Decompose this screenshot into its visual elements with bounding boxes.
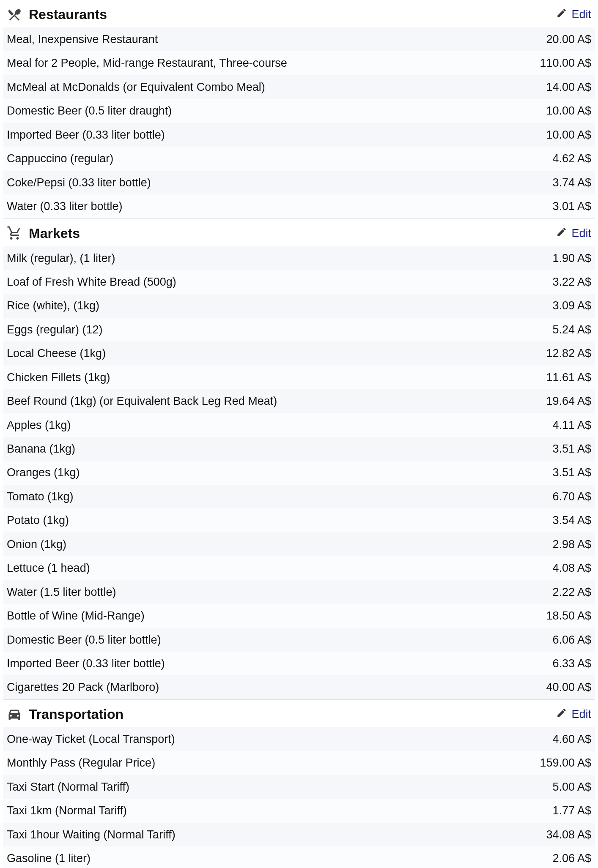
table-row: Chicken Fillets (1kg)11.61 A$ xyxy=(3,366,595,389)
section-rows-markets: Milk (regular), (1 liter)1.90 A$Loaf of … xyxy=(3,246,595,699)
table-row: Lettuce (1 head)4.08 A$ xyxy=(3,556,595,580)
item-label: Eggs (regular) (12) xyxy=(7,322,552,337)
section-title-text: Markets xyxy=(29,226,80,241)
item-value: 3.01 A$ xyxy=(552,199,591,214)
item-value: 3.09 A$ xyxy=(552,298,591,313)
table-row: Water (1.5 liter bottle)2.22 A$ xyxy=(3,580,595,604)
item-label: Rice (white), (1kg) xyxy=(7,298,552,313)
section-rows-transportation: One-way Ticket (Local Transport)4.60 A$M… xyxy=(3,727,595,868)
table-row: Meal, Inexpensive Restaurant20.00 A$ xyxy=(3,27,595,51)
section-rows-restaurants: Meal, Inexpensive Restaurant20.00 A$Meal… xyxy=(3,27,595,218)
section-title-text: Transportation xyxy=(29,707,123,722)
item-value: 4.62 A$ xyxy=(552,151,591,166)
item-label: Monthly Pass (Regular Price) xyxy=(7,755,540,770)
table-row: Bottle of Wine (Mid-Range)18.50 A$ xyxy=(3,604,595,628)
table-row: Monthly Pass (Regular Price)159.00 A$ xyxy=(3,751,595,775)
table-row: Apples (1kg)4.11 A$ xyxy=(3,413,595,437)
item-value: 3.74 A$ xyxy=(552,175,591,190)
item-label: Domestic Beer (0.5 liter draught) xyxy=(7,103,546,118)
table-row: Cappuccino (regular)4.62 A$ xyxy=(3,147,595,170)
table-row: Potato (1kg)3.54 A$ xyxy=(3,508,595,532)
item-value: 110.00 A$ xyxy=(540,55,591,71)
item-label: Water (1.5 liter bottle) xyxy=(7,584,552,600)
item-label: Taxi Start (Normal Tariff) xyxy=(7,779,552,794)
pencil-icon xyxy=(556,707,567,721)
item-value: 18.50 A$ xyxy=(546,608,591,623)
item-label: Taxi 1hour Waiting (Normal Tariff) xyxy=(7,827,546,842)
edit-label: Edit xyxy=(571,708,591,721)
table-row: Banana (1kg)3.51 A$ xyxy=(3,437,595,461)
item-label: Milk (regular), (1 liter) xyxy=(7,251,552,266)
item-value: 14.00 A$ xyxy=(546,79,591,95)
item-value: 10.00 A$ xyxy=(546,103,591,118)
item-value: 19.64 A$ xyxy=(546,393,591,409)
table-row: Eggs (regular) (12)5.24 A$ xyxy=(3,318,595,341)
item-value: 3.54 A$ xyxy=(552,513,591,528)
item-value: 40.00 A$ xyxy=(546,680,591,695)
section-title: Restaurants xyxy=(7,7,107,22)
table-row: Cigarettes 20 Pack (Marlboro)40.00 A$ xyxy=(3,675,595,699)
item-value: 4.11 A$ xyxy=(552,418,591,433)
pencil-icon xyxy=(556,8,567,22)
table-row: Gasoline (1 liter)2.06 A$ xyxy=(3,846,595,868)
item-value: 2.22 A$ xyxy=(552,584,591,600)
item-label: Banana (1kg) xyxy=(7,441,552,456)
item-label: Gasoline (1 liter) xyxy=(7,851,552,866)
table-row: Local Cheese (1kg)12.82 A$ xyxy=(3,341,595,365)
section-header-transportation: TransportationEdit xyxy=(3,699,595,727)
item-value: 34.08 A$ xyxy=(546,827,591,842)
item-label: Cigarettes 20 Pack (Marlboro) xyxy=(7,680,546,695)
item-label: McMeal at McDonalds (or Equivalent Combo… xyxy=(7,79,546,95)
section-title-text: Restaurants xyxy=(29,7,107,22)
item-label: Chicken Fillets (1kg) xyxy=(7,370,546,385)
table-row: Tomato (1kg)6.70 A$ xyxy=(3,485,595,508)
table-row: Water (0.33 liter bottle)3.01 A$ xyxy=(3,194,595,218)
cart-icon xyxy=(7,226,22,241)
item-label: Oranges (1kg) xyxy=(7,465,552,480)
table-row: Milk (regular), (1 liter)1.90 A$ xyxy=(3,246,595,270)
edit-button-markets[interactable]: Edit xyxy=(556,227,591,240)
item-label: Lettuce (1 head) xyxy=(7,560,552,576)
item-label: Cappuccino (regular) xyxy=(7,151,552,166)
table-row: Loaf of Fresh White Bread (500g)3.22 A$ xyxy=(3,270,595,294)
pencil-icon xyxy=(556,227,567,240)
item-label: Loaf of Fresh White Bread (500g) xyxy=(7,274,552,289)
table-row: Taxi 1hour Waiting (Normal Tariff)34.08 … xyxy=(3,823,595,846)
item-value: 3.51 A$ xyxy=(552,465,591,480)
item-label: Onion (1kg) xyxy=(7,537,552,552)
table-row: Taxi Start (Normal Tariff)5.00 A$ xyxy=(3,775,595,799)
table-row: Onion (1kg)2.98 A$ xyxy=(3,532,595,556)
item-value: 159.00 A$ xyxy=(540,755,591,770)
item-label: Bottle of Wine (Mid-Range) xyxy=(7,608,546,623)
item-value: 6.70 A$ xyxy=(552,489,591,504)
item-label: One-way Ticket (Local Transport) xyxy=(7,732,552,747)
item-label: Water (0.33 liter bottle) xyxy=(7,199,552,214)
table-row: Meal for 2 People, Mid-range Restaurant,… xyxy=(3,51,595,75)
edit-button-restaurants[interactable]: Edit xyxy=(556,8,591,22)
item-label: Imported Beer (0.33 liter bottle) xyxy=(7,127,546,142)
table-row: One-way Ticket (Local Transport)4.60 A$ xyxy=(3,727,595,751)
section-title: Markets xyxy=(7,226,80,241)
item-value: 3.22 A$ xyxy=(552,274,591,289)
section-header-restaurants: RestaurantsEdit xyxy=(3,0,595,27)
item-label: Potato (1kg) xyxy=(7,513,552,528)
item-label: Domestic Beer (0.5 liter bottle) xyxy=(7,632,552,647)
item-value: 5.00 A$ xyxy=(552,779,591,794)
item-value: 3.51 A$ xyxy=(552,441,591,456)
item-value: 1.90 A$ xyxy=(552,251,591,266)
edit-label: Edit xyxy=(571,8,591,21)
item-label: Taxi 1km (Normal Tariff) xyxy=(7,803,552,818)
restaurant-icon xyxy=(7,7,22,22)
edit-button-transportation[interactable]: Edit xyxy=(556,707,591,721)
item-value: 6.06 A$ xyxy=(552,632,591,647)
table-row: Rice (white), (1kg)3.09 A$ xyxy=(3,294,595,317)
table-row: Taxi 1km (Normal Tariff)1.77 A$ xyxy=(3,799,595,822)
item-value: 4.60 A$ xyxy=(552,732,591,747)
item-label: Beef Round (1kg) (or Equivalent Back Leg… xyxy=(7,393,546,409)
item-label: Coke/Pepsi (0.33 liter bottle) xyxy=(7,175,552,190)
section-header-markets: MarketsEdit xyxy=(3,218,595,246)
item-value: 12.82 A$ xyxy=(546,346,591,361)
item-label: Apples (1kg) xyxy=(7,418,552,433)
table-row: McMeal at McDonalds (or Equivalent Combo… xyxy=(3,75,595,99)
table-row: Oranges (1kg)3.51 A$ xyxy=(3,461,595,484)
